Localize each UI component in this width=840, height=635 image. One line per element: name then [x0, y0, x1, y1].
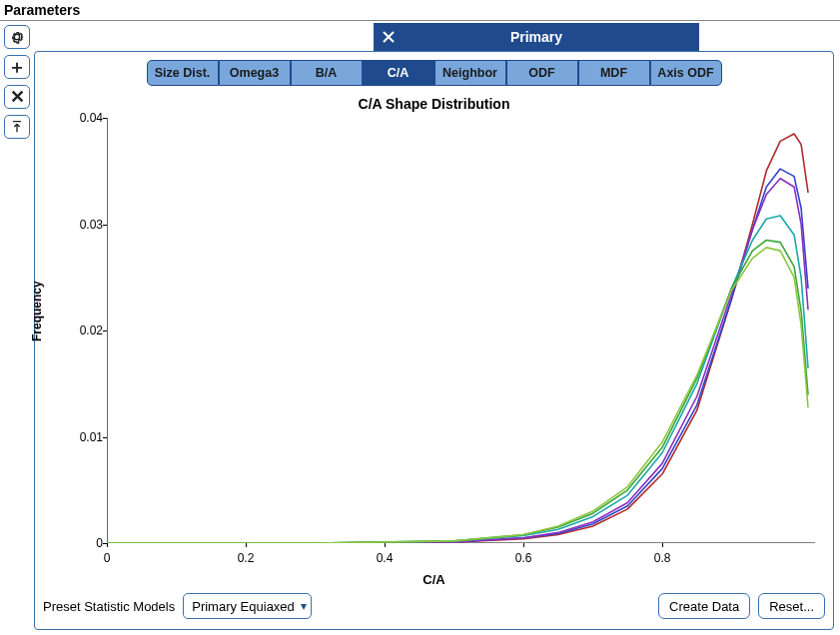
primary-tab-close[interactable] — [374, 23, 404, 51]
main-area: Primary Size Dist. Omega3 B/A C/A Neighb… — [34, 21, 840, 634]
tab-ba[interactable]: B/A — [291, 60, 363, 86]
settings-button[interactable] — [4, 25, 30, 49]
preset-label: Preset Statistic Models — [43, 599, 175, 614]
primary-tab[interactable]: Primary — [374, 23, 699, 51]
arrow-up-bar-icon — [9, 119, 25, 135]
chevron-down-icon: ▾ — [301, 599, 307, 613]
chart-xlabel: C/A — [43, 572, 825, 587]
reset-button[interactable]: Reset... — [758, 593, 825, 619]
close-icon: ✕ — [10, 88, 25, 106]
add-button[interactable]: ＋ — [4, 55, 30, 79]
preset-model-select[interactable]: Primary Equiaxed ▾ — [183, 593, 312, 619]
create-data-button[interactable]: Create Data — [658, 593, 750, 619]
content-frame: Size Dist. Omega3 B/A C/A Neighbor ODF M… — [34, 51, 834, 630]
chart-area: C/A Shape Distribution Frequency 00.010.… — [43, 94, 825, 589]
panel-title: Parameters — [4, 2, 80, 18]
chart-title: C/A Shape Distribution — [43, 94, 825, 112]
y-tick-label: 0.03 — [59, 218, 103, 232]
x-tick-label: 0.2 — [226, 551, 266, 565]
remove-button[interactable]: ✕ — [4, 85, 30, 109]
plus-icon: ＋ — [8, 58, 26, 76]
tab-mdf[interactable]: MDF — [578, 60, 650, 86]
y-tick-label: 0.01 — [59, 430, 103, 444]
upload-button[interactable] — [4, 115, 30, 139]
x-tick-label: 0.6 — [503, 551, 543, 565]
body-row: ＋ ✕ Primary Size Dist. Omega3 B/A C/A Ne… — [0, 21, 840, 634]
gear-icon — [9, 29, 25, 45]
x-tick-label: 0.4 — [365, 551, 405, 565]
preset-model-value: Primary Equiaxed — [192, 599, 295, 614]
sub-tab-strip: Size Dist. Omega3 B/A C/A Neighbor ODF M… — [147, 60, 722, 88]
tab-size-dist[interactable]: Size Dist. — [147, 60, 219, 86]
panel-header: Parameters — [0, 0, 840, 21]
x-tick-label: 0.8 — [642, 551, 682, 565]
tab-omega3[interactable]: Omega3 — [219, 60, 291, 86]
y-tick-label: 0 — [59, 536, 103, 550]
tab-odf[interactable]: ODF — [506, 60, 578, 86]
tab-axis-odf[interactable]: Axis ODF — [650, 60, 722, 86]
tab-neighbor[interactable]: Neighbor — [434, 60, 506, 86]
footer-bar: Preset Statistic Models Primary Equiaxed… — [35, 589, 833, 629]
plot-box: 00.010.020.030.0400.20.40.60.8 — [107, 118, 815, 543]
plot-svg — [107, 118, 815, 543]
primary-tab-label: Primary — [404, 29, 699, 45]
side-toolbar: ＋ ✕ — [0, 21, 34, 634]
y-tick-label: 0.02 — [59, 323, 103, 337]
x-tick-label: 0 — [87, 551, 127, 565]
close-icon — [382, 30, 396, 44]
y-tick-label: 0.04 — [59, 111, 103, 125]
tab-ca[interactable]: C/A — [363, 60, 434, 86]
chart-ylabel: Frequency — [30, 325, 44, 341]
